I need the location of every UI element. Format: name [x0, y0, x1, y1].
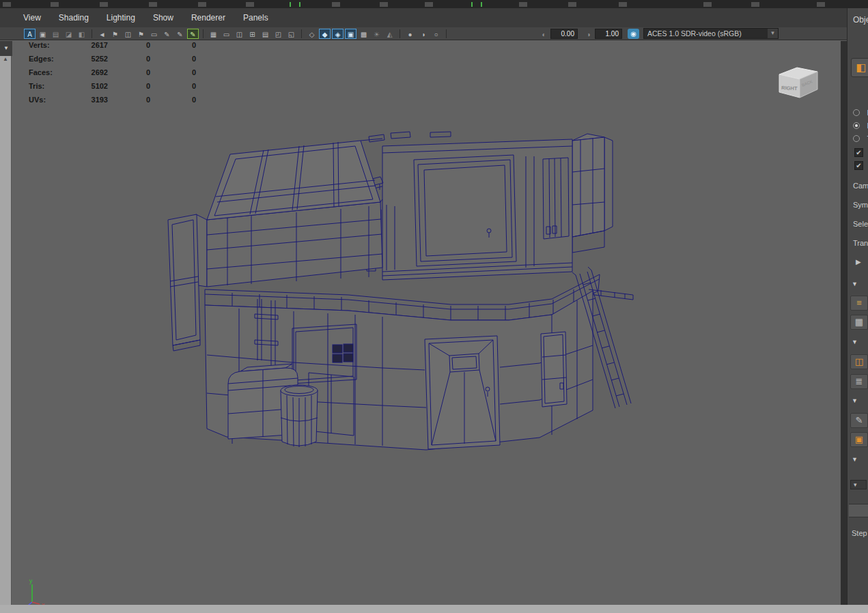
- radio-option-t[interactable]: T: [853, 132, 868, 141]
- mini-dropdown[interactable]: ▾: [850, 480, 867, 489]
- zoom-region-icon[interactable]: ◪: [63, 29, 74, 39]
- checker-icon[interactable]: ▩: [358, 29, 369, 39]
- gamma-icon[interactable]: ◑: [583, 29, 594, 39]
- safe-action-icon[interactable]: ◰: [272, 29, 284, 39]
- section-selection: Sele: [853, 220, 868, 228]
- collapse-section-icon[interactable]: ▼: [852, 281, 865, 287]
- field-chart-icon[interactable]: ▤: [260, 29, 271, 39]
- layers-icon[interactable]: ≣: [850, 374, 868, 389]
- quad-draw-icon[interactable]: ✎: [850, 413, 868, 428]
- exposure-icon[interactable]: ◐: [538, 29, 550, 39]
- color-space-value: ACES 1.0 SDR-video (sRGB): [647, 29, 742, 38]
- extrude-icon[interactable]: ◫: [850, 354, 868, 369]
- select-mode-icon[interactable]: A: [24, 29, 36, 39]
- shaded-mode-icon[interactable]: ◆: [319, 29, 331, 39]
- wireframe-mode-icon[interactable]: ◇: [306, 29, 318, 39]
- left-scrollbar[interactable]: ▲: [0, 56, 12, 605]
- use-lights-icon[interactable]: ☀: [371, 29, 382, 39]
- panel-title: Obje: [853, 15, 868, 25]
- viewport-toolbar: A▣▤◪◧◄⚑◫⚑▭✎✎✎▦▭◫⊞▤◰◱◇◆◈▣▩☀◭●◑○ ◐ 0.00 ◑ …: [0, 27, 847, 40]
- pencil-draw-icon[interactable]: ✎: [187, 29, 199, 39]
- viewport-canvas[interactable]: [12, 41, 841, 605]
- menu-panels[interactable]: Panels: [243, 13, 268, 23]
- occlusion-icon[interactable]: ●: [404, 29, 416, 39]
- shelf-fragment-icon: [519, 2, 527, 7]
- shelf-fragment-icon: [332, 2, 340, 7]
- bookmark-icon[interactable]: ⚑: [109, 29, 121, 39]
- film-gate-icon[interactable]: ▭: [221, 29, 232, 39]
- grease-pencil-icon[interactable]: ✎: [161, 29, 173, 39]
- resolution-gate-icon[interactable]: ◫: [234, 29, 245, 39]
- panel-menubar: View Shading Lighting Show Renderer Pane…: [0, 8, 847, 27]
- grid-fill-icon[interactable]: ▦: [850, 315, 868, 330]
- shelf-fragment-icon: [380, 2, 388, 7]
- radio-circle-icon: [853, 122, 860, 129]
- radio-option-d[interactable]: D: [853, 119, 868, 128]
- side-door: [541, 332, 567, 407]
- shelf-fragment-icon: [619, 2, 627, 7]
- grid-icon[interactable]: ▦: [208, 29, 219, 39]
- collapse-section-icon[interactable]: ▼: [852, 456, 865, 463]
- safe-title-icon[interactable]: ◱: [285, 29, 297, 39]
- x-axis-line: [32, 602, 40, 604]
- menu-show[interactable]: Show: [153, 13, 173, 23]
- collapse-section-icon[interactable]: ▼: [852, 339, 865, 345]
- expand-right-icon[interactable]: ▶: [856, 258, 868, 266]
- checkbox-2[interactable]: ✔: [854, 161, 863, 170]
- left-panel-collapse-button[interactable]: ▼: [0, 41, 12, 56]
- motion-blur-icon[interactable]: ○: [430, 29, 442, 39]
- panel-input-field[interactable]: [849, 504, 868, 517]
- view-cube-front-label: RIGHT: [781, 85, 798, 91]
- pencil-frame-icon[interactable]: ✎: [174, 29, 186, 39]
- panel-splitter[interactable]: [841, 41, 847, 605]
- shelf-fragment-icon: [51, 2, 59, 7]
- radio-option-p[interactable]: P: [853, 106, 868, 115]
- menu-view[interactable]: View: [23, 13, 41, 23]
- color-management-icon[interactable]: ◉: [628, 29, 639, 39]
- barrel: [281, 385, 318, 447]
- textured-mode-icon[interactable]: ◈: [332, 29, 344, 39]
- entrance-door: [425, 336, 500, 449]
- shelf-fragment-icon: [751, 2, 759, 7]
- toolbar-color-group: ◐ 0.00 ◑ 1.00 ◉ ACES 1.0 SDR-video (sRGB…: [537, 28, 779, 39]
- gate-mask-icon[interactable]: ⊞: [247, 29, 258, 39]
- textured-lights-icon[interactable]: ▣: [345, 29, 356, 39]
- bookmark-add-icon[interactable]: ⚑: [135, 29, 147, 39]
- gamma-field[interactable]: 1.00: [595, 29, 622, 39]
- exposure-field[interactable]: 0.00: [550, 29, 578, 39]
- shelf-fragment-icon: [817, 2, 825, 7]
- roll-view-icon[interactable]: ◧: [76, 29, 87, 39]
- camera-attributes-icon[interactable]: ◫: [122, 29, 134, 39]
- track-view-icon[interactable]: ▣: [37, 29, 48, 39]
- checkbox-1[interactable]: ✔: [854, 148, 863, 157]
- y-axis-label: y: [29, 578, 33, 584]
- collapse-section-icon[interactable]: ▼: [852, 397, 865, 404]
- anti-alias-icon[interactable]: ◑: [417, 29, 429, 39]
- shadows-icon[interactable]: ◭: [384, 29, 395, 39]
- bottom-bar: [0, 605, 868, 613]
- soft-selection-icon[interactable]: ≡: [850, 296, 868, 311]
- chevron-down-icon: ▼: [768, 29, 778, 38]
- toolbar-separator: [203, 29, 204, 38]
- shelf-fragment-icon: [3, 2, 11, 7]
- radio-circle-icon: [853, 135, 860, 142]
- shelf-fragment-bracket-icon: [290, 2, 300, 7]
- color-space-dropdown[interactable]: ACES 1.0 SDR-video (sRGB) ▼: [643, 28, 779, 39]
- dolly-view-icon[interactable]: ▤: [50, 29, 61, 39]
- view-cube[interactable]: RIGHT BACK: [774, 60, 823, 104]
- toolbar-separator: [92, 29, 92, 38]
- radio-dot-icon: [855, 124, 858, 127]
- viewport-toolbar-icons: A▣▤◪◧◄⚑◫⚑▭✎✎✎▦▭◫⊞▤◰◱◇◆◈▣▩☀◭●◑○: [23, 29, 450, 39]
- section-symmetry: Sym: [853, 201, 868, 209]
- multi-component-button[interactable]: ◧: [851, 58, 868, 77]
- previous-view-icon[interactable]: ◄: [96, 29, 108, 39]
- menu-lighting[interactable]: Lighting: [107, 13, 135, 23]
- shelf-fragment-icon: [246, 2, 254, 7]
- bevel-icon[interactable]: ▣: [850, 432, 868, 447]
- menu-shading[interactable]: Shading: [59, 13, 89, 23]
- scroll-up-icon[interactable]: ▲: [3, 56, 8, 62]
- image-plane-icon[interactable]: ▭: [148, 29, 160, 39]
- toolbar-separator: [301, 29, 302, 38]
- menu-renderer[interactable]: Renderer: [191, 13, 225, 23]
- shelf-fragment-bracket-icon: [471, 2, 482, 7]
